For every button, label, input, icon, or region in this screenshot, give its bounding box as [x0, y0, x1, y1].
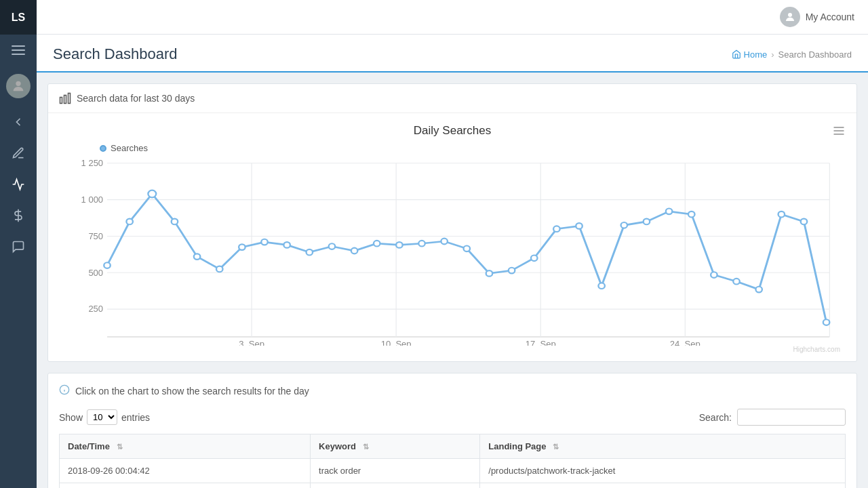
- svg-text:24. Sep: 24. Sep: [670, 340, 701, 346]
- chart-legend: Searches: [100, 143, 846, 153]
- svg-point-30: [126, 219, 132, 225]
- breadcrumb-current-label: Search Dashboard: [778, 49, 852, 60]
- legend-dot: [100, 145, 106, 152]
- svg-point-45: [464, 245, 470, 251]
- sidebar-item-edit[interactable]: [0, 138, 37, 169]
- svg-point-52: [621, 222, 627, 228]
- svg-text:1 250: 1 250: [81, 159, 104, 168]
- svg-point-40: [351, 248, 357, 254]
- chart-panel-header: Search data for last 30 days: [48, 84, 856, 113]
- svg-rect-3: [60, 98, 62, 104]
- data-table: Date/Time ⇅ Keyword ⇅ Landing Page ⇅: [59, 434, 846, 488]
- svg-point-2: [788, 13, 792, 17]
- svg-text:250: 250: [88, 305, 103, 314]
- info-text: Click on the chart to show the search re…: [59, 384, 846, 398]
- svg-point-44: [441, 239, 447, 245]
- svg-point-0: [16, 81, 20, 86]
- chart-container[interactable]: Daily Searches Searches: [48, 113, 856, 361]
- col-header-datetime[interactable]: Date/Time ⇅: [60, 434, 311, 459]
- search-label: Search:: [699, 412, 732, 423]
- legend-label: Searches: [111, 143, 148, 153]
- svg-text:750: 750: [88, 232, 103, 241]
- svg-point-35: [239, 244, 245, 250]
- breadcrumb-separator: ›: [771, 49, 774, 60]
- entries-label: entries: [121, 412, 150, 423]
- main-content: My Account Search Dashboard Home › Searc…: [37, 0, 868, 488]
- svg-text:1 000: 1 000: [81, 195, 104, 204]
- bar-chart-icon: [59, 92, 71, 104]
- content-area: Search Dashboard Home › Search Dashboard…: [37, 35, 868, 488]
- svg-rect-5: [68, 94, 71, 104]
- chart-panel-title: Search data for last 30 days: [77, 93, 195, 104]
- svg-point-59: [778, 211, 785, 218]
- breadcrumb-home-label: Home: [744, 49, 768, 60]
- sidebar-item-analytics[interactable]: [0, 169, 37, 200]
- sidebar-menu-button[interactable]: [0, 35, 37, 66]
- show-label: Show: [59, 412, 83, 423]
- svg-point-31: [148, 190, 156, 198]
- svg-point-57: [733, 279, 739, 285]
- hamburger-icon: [12, 45, 25, 55]
- svg-point-33: [194, 253, 200, 260]
- cell-landing-page-0: /products/patchwork-track-jacket: [480, 459, 846, 483]
- topbar: My Account: [37, 0, 868, 35]
- page-header: Search Dashboard Home › Search Dashboard: [37, 35, 868, 73]
- svg-point-43: [418, 241, 425, 247]
- svg-point-39: [329, 243, 335, 249]
- sidebar-item-dollar[interactable]: [0, 200, 37, 231]
- svg-point-53: [644, 219, 650, 225]
- svg-point-48: [531, 255, 537, 261]
- line-chart-svg[interactable]: 1 250 1 000 750 500 250 3. Sep 10. Sep 1…: [59, 156, 846, 346]
- svg-point-54: [666, 209, 672, 215]
- account-avatar: [780, 7, 800, 27]
- app-logo[interactable]: LS: [0, 0, 37, 35]
- svg-point-47: [509, 268, 515, 274]
- col-header-landing-page[interactable]: Landing Page ⇅: [480, 434, 846, 459]
- table-controls: Show 10 25 50 entries Search:: [59, 409, 846, 426]
- svg-text:3. Sep: 3. Sep: [239, 340, 264, 346]
- svg-point-61: [823, 319, 829, 325]
- chart-menu-button[interactable]: [832, 124, 846, 141]
- sort-icon-datetime: ⇅: [117, 443, 123, 451]
- search-input[interactable]: [737, 409, 846, 426]
- sidebar: LS: [0, 0, 37, 488]
- page-title: Search Dashboard: [53, 45, 177, 63]
- chart-panel: Search data for last 30 days Daily Searc…: [47, 83, 857, 362]
- cell-landing-page-1: /products/blue-patchwork-crew: [480, 483, 846, 489]
- account-button[interactable]: My Account: [780, 7, 854, 27]
- svg-point-34: [216, 266, 222, 272]
- svg-point-41: [374, 241, 380, 247]
- svg-point-32: [172, 219, 178, 225]
- col-header-keyword[interactable]: Keyword ⇅: [311, 434, 480, 459]
- svg-point-46: [486, 270, 492, 277]
- breadcrumb: Home › Search Dashboard: [732, 49, 852, 60]
- svg-text:17. Sep: 17. Sep: [526, 340, 556, 346]
- table-row: 2018-09-26 00:06:05 blue /products/blue-…: [60, 483, 846, 489]
- sidebar-avatar[interactable]: [6, 74, 31, 98]
- table-section: Click on the chart to show the search re…: [47, 373, 857, 488]
- show-entries: Show 10 25 50 entries: [59, 409, 150, 425]
- svg-point-56: [711, 272, 717, 278]
- sidebar-nav: [0, 106, 37, 262]
- svg-point-42: [396, 242, 402, 248]
- table-row: 2018-09-26 00:04:42 track order /product…: [60, 459, 846, 483]
- cell-keyword-1: blue: [311, 483, 480, 489]
- svg-point-58: [755, 287, 762, 293]
- breadcrumb-home-link[interactable]: Home: [732, 49, 768, 60]
- svg-point-50: [576, 223, 582, 229]
- svg-point-29: [104, 262, 110, 268]
- svg-point-49: [553, 226, 559, 232]
- sidebar-item-back[interactable]: [0, 106, 37, 138]
- svg-point-55: [688, 211, 694, 218]
- search-box: Search:: [699, 409, 846, 426]
- sort-icon-keyword: ⇅: [363, 443, 369, 451]
- entries-select[interactable]: 10 25 50: [87, 409, 117, 425]
- cell-datetime-1: 2018-09-26 00:06:05: [60, 483, 311, 489]
- chart-title: Daily Searches: [59, 124, 846, 138]
- svg-point-36: [261, 239, 267, 245]
- svg-text:10. Sep: 10. Sep: [381, 340, 412, 346]
- svg-point-51: [598, 283, 604, 289]
- sidebar-item-chat[interactable]: [0, 231, 37, 262]
- account-label: My Account: [806, 12, 854, 22]
- info-icon: [59, 384, 70, 398]
